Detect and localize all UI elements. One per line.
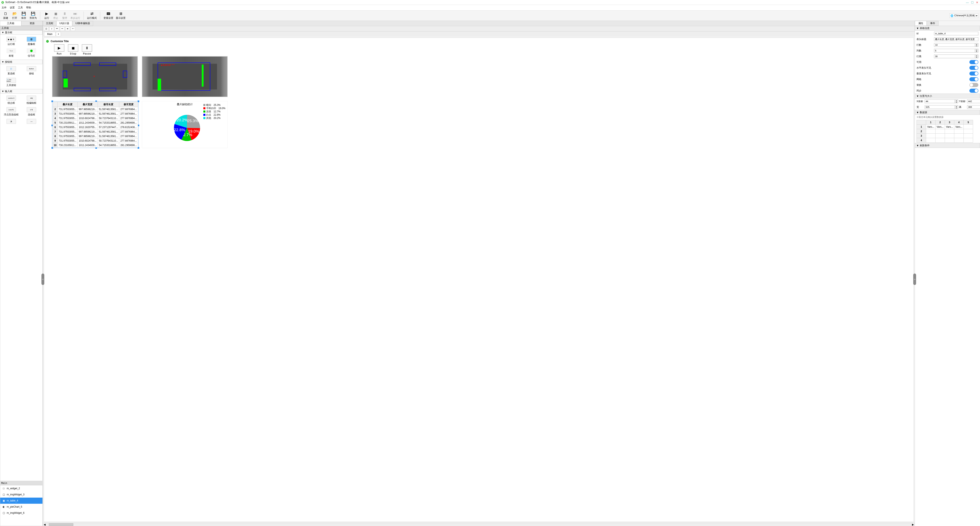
tab-events[interactable]: 事件 [927,21,939,26]
tool-runframe[interactable]: ▶ ◼ ⏸运行框 [1,35,21,47]
open-button[interactable]: 📂打开 [11,11,19,21]
align-middle-icon[interactable]: ⬌ [65,27,70,31]
tree-item-m_widget_2[interactable]: □m_widget_2 [0,485,43,491]
align-right-icon[interactable]: ⬲ [55,27,59,31]
pause-button[interactable]: ⏸暂停 [60,11,69,21]
group-display[interactable]: ▼ 显示框 [0,30,43,35]
menu-help[interactable]: 帮助 [26,6,31,10]
toggle-hhdr[interactable] [969,66,978,70]
tool-lineedit[interactable]: AB|线编辑框 [21,94,42,106]
tool-extra2[interactable]: — [21,118,42,125]
toggle-sync[interactable] [969,89,978,93]
tool-button[interactable]: Button按钮 [21,65,42,77]
tree-item-m_imgWidget_3[interactable]: ▢m_imgWidget_3 [0,491,43,497]
menu-file[interactable]: 文件 [2,6,6,10]
widget-icon: ▣ [2,499,5,502]
toggle-enable[interactable] [969,60,978,64]
label-sync: 同步 [916,89,933,92]
menu-settings[interactable]: 设置 [10,6,15,10]
add-page-button[interactable]: + [56,32,61,37]
separator [83,12,84,20]
tool-spin[interactable]: 0 ⇅选值框 [21,106,42,118]
group-input[interactable]: ▼ 输入框 [0,89,43,94]
new-button[interactable]: 🗋新建 [2,11,10,21]
step-button[interactable]: ⏭单步运行 [70,11,81,21]
align-center-icon[interactable]: ⫴ [49,27,54,31]
close-icon[interactable]: ✕ [975,1,979,4]
input-header[interactable] [934,37,978,41]
datasource-table[interactable]: 12345 1Vars...Vars...Vars...Vars... 2 3 … [916,120,973,143]
tab-toolbox[interactable]: 工具箱 [0,21,21,26]
title-bar: SciSmart - D:/SciSmart3.0方案/叠片测量、检测-中文版.… [0,0,980,5]
ui-run-button[interactable]: ▶Run [54,44,64,55]
toggle-vhdr[interactable] [969,72,978,76]
section-datasource[interactable]: ▼ 数据源 [915,110,980,115]
crosshair-icon: + [93,75,95,78]
group-button[interactable]: ▼ 按钮组 [0,60,43,64]
tool-floatspin[interactable]: 0.00 ⇅浮点型选值框 [1,106,21,118]
gauge-icon: ◔ [6,119,16,124]
section-refresh[interactable]: ▼ 刷新条件 [915,143,980,148]
tool-extra1[interactable]: ◔ [1,118,21,125]
table-widget-selected[interactable]: 叠片长度叠片宽度极耳长度极耳宽度2731.97553055...997.9859… [52,101,138,148]
design-area[interactable]: ⊕Customize Title ▶Run ◼Stop ⏸Pause [44,38,914,522]
tab-uiscript[interactable]: UI脚本编辑器 [72,21,93,26]
tool-imgframe[interactable]: 🖼图像框 [21,35,42,47]
toggle-alt[interactable] [969,83,978,87]
section-tableinfo[interactable]: ▼ 表格信息 [915,26,980,31]
tree-item-m_imgWidget_6[interactable]: ▢m_imgWidget_6 [0,510,43,516]
horizontal-scrollbar[interactable]: ◀▶ [43,523,915,526]
pause-icon: ⏸ [82,44,92,52]
tool-signal[interactable]: 信号灯 [21,47,42,59]
label-w: 宽 [916,105,924,109]
tab-uidesigner[interactable]: UI设计器 [56,21,72,26]
input-id[interactable] [934,32,978,35]
tool-label[interactable]: Text标签 [1,47,21,59]
spin-y[interactable]: ▲▼ [967,99,980,103]
left-collapse-handle[interactable]: ‹‹ [41,274,44,285]
save-icon: 💾 [21,11,26,16]
saveas-icon: 💾 [31,11,35,16]
image-widget-2[interactable]: ■ 检测结果 **** [142,56,228,97]
maximize-icon[interactable]: ☐ [970,1,974,4]
tool-toolbtn[interactable]: 🔧Tool Button工具按钮 [1,77,21,88]
stop-button[interactable]: ◼停止 [52,11,60,21]
label-rows: 行数 [916,43,933,47]
spin-x[interactable]: ▲▼ [925,99,958,103]
tree-item-m_table_4[interactable]: ▣m_table_4 [0,497,43,504]
spin-w[interactable]: ▲▼ [925,105,958,109]
tool-combo[interactable]: combo ▾组合框 [1,94,21,106]
tree-item-m_pieChart_5[interactable]: ◐m_pieChart_5 [0,504,43,510]
align-left-icon[interactable]: ⬱ [44,27,49,31]
ui-pause-button[interactable]: ⏸Pause [82,44,92,55]
save-button[interactable]: 💾保存 [20,11,28,21]
align-bottom-icon[interactable]: ⬶ [71,27,75,31]
window-title: SciSmart - D:/SciSmart3.0方案/叠片测量、检测-中文版.… [5,1,69,4]
pie-chart-widget[interactable]: 叠片缺陷统计 暗问25.3%干料白印19.0%压痕12.7%白点22.8%其他2… [142,101,228,148]
spin-h[interactable]: ▲▼ [967,105,980,109]
runmode-button[interactable]: ⇄运行模式 [86,11,98,21]
ui-stop-button[interactable]: ◼Stop [68,44,78,55]
tab-mainflow[interactable]: 主流程 [43,21,56,26]
widget-icon: ▢ [2,512,5,514]
right-collapse-handle[interactable]: ›› [913,274,916,285]
align-top-icon[interactable]: ⬵ [60,27,65,31]
tool-checkbox[interactable]: ☑复选框 [1,65,21,77]
app-logo-icon [1,1,4,4]
tab-properties[interactable]: 属性 [915,21,927,26]
image-widget-1[interactable]: + [52,56,138,97]
tab-resource[interactable]: 资源 [21,21,43,26]
spin-rowh[interactable]: ▲▼ [934,54,978,58]
minimize-icon[interactable]: — [966,1,969,4]
spin-cols[interactable]: ▲▼ [934,49,978,53]
language-selector[interactable]: 🌐 Chinese|中文(简体) ▾ [950,13,978,18]
toggle-grid[interactable] [969,77,978,81]
run-button[interactable]: ▶运行 [43,11,51,21]
saveas-button[interactable]: 💾另存为 [29,11,38,21]
menu-tools[interactable]: 工具 [18,6,23,10]
dispset-button[interactable]: 🖥显示设置 [115,11,126,21]
page-tab-main[interactable]: Main [44,32,56,37]
varset-button[interactable]: var变量设置 [103,11,114,21]
section-position[interactable]: ▼ 位置与大小 [915,94,980,99]
spin-rows[interactable]: ▲▼ [934,43,978,47]
